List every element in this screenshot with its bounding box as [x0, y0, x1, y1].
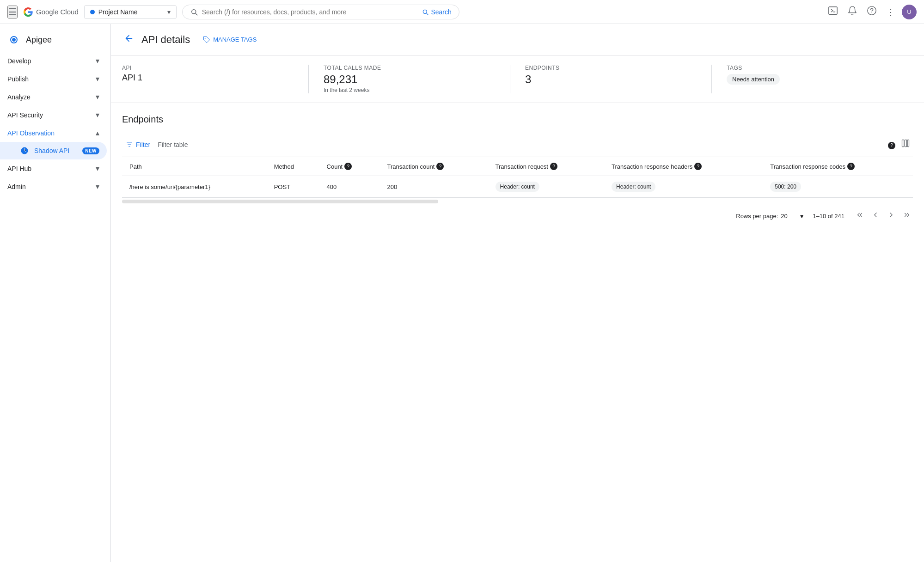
last-page-icon	[903, 211, 911, 219]
calls-card-label: Total calls made	[324, 65, 495, 71]
rows-per-page-select[interactable]: 10 20 50 100	[781, 213, 798, 220]
more-icon: ⋮	[886, 7, 895, 17]
count-help-icon[interactable]: ?	[344, 163, 352, 170]
sidebar-item-api-observation-label: API Observation	[7, 129, 55, 137]
table-body: /here is some/uri/{parameter1} POST 400 …	[122, 176, 913, 198]
prev-page-icon	[871, 211, 880, 219]
terminal-button[interactable]	[825, 3, 841, 21]
search-icon	[190, 8, 198, 16]
col-header-method: Method	[267, 157, 319, 176]
filter-button[interactable]: Filter	[122, 138, 154, 151]
notifications-button[interactable]	[844, 3, 860, 21]
prev-page-button[interactable]	[869, 209, 881, 223]
table-toolbar: Filter Filter table ?	[122, 132, 913, 157]
sidebar-item-shadow-api[interactable]: Shadow API NEW	[0, 142, 107, 159]
project-name-label: Project Name	[98, 8, 164, 16]
google-logo-icon	[23, 7, 33, 17]
filter-table-label: Filter table	[158, 141, 188, 148]
svg-point-3	[205, 37, 206, 38]
first-page-button[interactable]	[854, 209, 866, 223]
back-button[interactable]	[122, 31, 136, 48]
endpoints-table-wrapper: Path Method Count ?	[122, 157, 913, 203]
api-hub-chevron-icon: ▾	[96, 164, 99, 173]
svg-rect-7	[902, 140, 904, 147]
nav-icons: ⋮ U	[825, 3, 917, 21]
terminal-icon	[828, 6, 838, 16]
info-cards: API API 1 Total calls made 89,231 In the…	[111, 55, 924, 103]
analyze-chevron-icon: ▾	[96, 92, 99, 101]
transaction-response-headers-help-icon[interactable]: ?	[694, 163, 702, 170]
cell-transaction-response-headers: Header: count	[604, 176, 763, 198]
info-card-api: API API 1	[122, 65, 309, 93]
sidebar-item-admin-label: Admin	[7, 183, 26, 190]
sidebar-item-api-observation[interactable]: API Observation ▴	[0, 124, 107, 142]
filter-label: Filter	[136, 141, 150, 148]
top-nav: ☰ Google Cloud Project Name ▾ Search	[0, 0, 924, 24]
help-icon-button[interactable]: ?	[885, 137, 898, 152]
sidebar-item-analyze[interactable]: Analyze ▾	[0, 88, 107, 106]
main-content: API details MANAGE TAGS API API 1 Total …	[111, 24, 924, 562]
sidebar-item-shadow-api-label: Shadow API	[34, 147, 69, 154]
endpoints-card-label: Endpoints	[525, 65, 697, 71]
search-bar: Search	[182, 5, 459, 19]
search-button[interactable]: Search	[422, 8, 451, 16]
hamburger-button[interactable]: ☰	[7, 6, 18, 18]
search-btn-icon	[422, 8, 429, 16]
sidebar-item-admin[interactable]: Admin ▾	[0, 177, 107, 195]
columns-button[interactable]	[898, 136, 913, 153]
sidebar-item-develop-label: Develop	[7, 57, 31, 65]
manage-tags-button[interactable]: MANAGE TAGS	[203, 36, 257, 43]
shadow-api-icon	[20, 147, 29, 155]
svg-point-1	[868, 6, 876, 15]
avatar[interactable]: U	[902, 5, 917, 19]
next-page-icon	[887, 211, 895, 219]
cell-transaction-response-codes: 500: 200	[763, 176, 913, 198]
rows-select-wrapper: 10 20 50 100 ▾	[781, 213, 803, 220]
sidebar-item-develop[interactable]: Develop ▾	[0, 52, 107, 70]
needs-attention-badge: Needs attention	[727, 74, 780, 85]
cell-count: 400	[319, 176, 380, 198]
col-header-transaction-response-codes: Transaction response codes ?	[763, 157, 913, 176]
sidebar-item-publish[interactable]: Publish ▾	[0, 70, 107, 88]
next-page-button[interactable]	[885, 209, 897, 223]
endpoints-card-value: 3	[525, 73, 697, 86]
manage-tags-icon	[203, 36, 210, 43]
table-scroll-bar[interactable]	[122, 200, 438, 203]
transaction-count-help-icon[interactable]: ?	[436, 163, 444, 170]
pagination: Rows per page: 10 20 50 100 ▾ 1–10 of 24…	[122, 203, 913, 229]
api-observation-chevron-icon: ▴	[96, 128, 99, 137]
shadow-api-item-left: Shadow API	[20, 147, 69, 155]
page-info: 1–10 of 241	[813, 213, 844, 220]
transaction-response-codes-help-icon[interactable]: ?	[847, 163, 855, 170]
sidebar-item-api-security[interactable]: API Security ▾	[0, 106, 107, 124]
search-input[interactable]	[202, 8, 418, 16]
page-title: API details	[141, 34, 190, 46]
google-cloud-logo: Google Cloud	[23, 7, 79, 17]
last-page-button[interactable]	[901, 209, 913, 223]
manage-tags-label: MANAGE TAGS	[213, 36, 257, 43]
project-selector[interactable]: Project Name ▾	[84, 5, 177, 19]
apigee-icon	[7, 33, 20, 46]
bell-icon	[847, 6, 857, 16]
admin-chevron-icon: ▾	[96, 182, 99, 191]
table-row: /here is some/uri/{parameter1} POST 400 …	[122, 176, 913, 198]
more-button[interactable]: ⋮	[883, 4, 898, 20]
cell-method: POST	[267, 176, 319, 198]
rows-select-chevron: ▾	[800, 213, 803, 220]
sidebar-brand: Apigee	[0, 28, 110, 52]
col-header-transaction-request: Transaction request ?	[488, 157, 604, 176]
sidebar-item-api-hub[interactable]: API Hub ▾	[0, 159, 107, 177]
cell-transaction-count: 200	[380, 176, 488, 198]
project-dot-icon	[90, 10, 95, 14]
columns-icon	[901, 139, 910, 148]
tags-card-label: Tags	[727, 65, 898, 71]
col-header-count: Count ?	[319, 157, 380, 176]
google-cloud-text: Google Cloud	[36, 8, 79, 16]
info-card-calls: Total calls made 89,231 In the last 2 we…	[324, 65, 510, 93]
project-chevron-icon: ▾	[167, 8, 171, 16]
col-header-transaction-count: Transaction count ?	[380, 157, 488, 176]
col-header-transaction-response-headers: Transaction response headers ?	[604, 157, 763, 176]
endpoints-section: Endpoints Filter Filter table ?	[111, 103, 924, 240]
help-button[interactable]	[864, 3, 880, 21]
transaction-request-help-icon[interactable]: ?	[550, 163, 557, 170]
